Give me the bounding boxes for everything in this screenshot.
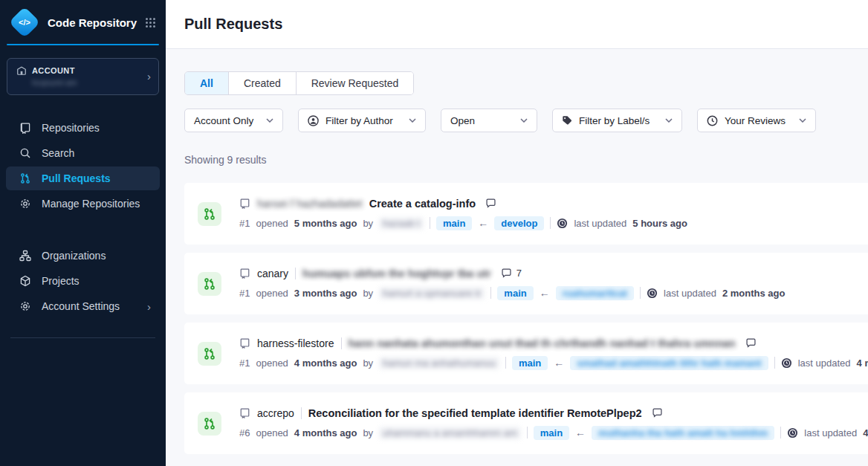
account-name: hcqnumt am [32,78,147,87]
tab-review-requested[interactable]: Review Requested [296,72,414,94]
pr-updated-word: last updated [798,357,851,369]
author-filter-dropdown[interactable]: Filter by Author [298,109,426,132]
pr-comments [485,198,496,209]
separator [774,357,775,369]
sidebar-divider [10,337,155,338]
pull-request-icon [19,172,31,184]
pr-tabs: All Created Review Requested [184,71,414,95]
separator [295,268,296,279]
merge-arrow-icon: ← [540,287,550,299]
search-icon [19,147,31,159]
separator [341,337,342,349]
separator [430,217,430,229]
person-icon [308,115,319,126]
pr-repo-name[interactable]: accrepo [257,407,294,419]
repo-icon [239,198,250,209]
chevron-right-icon: › [147,301,151,312]
pr-author[interactable]: uhammanu a amamhhamm am [379,427,521,439]
chevron-down-icon [665,118,673,123]
pull-request-row[interactable]: canary humuaps ubfsm the hoghtvpr tba ut… [184,253,868,314]
sidebar-item-label: Organizations [42,250,106,262]
pr-repo-name[interactable]: harness-filestore [257,337,334,349]
pr-opened-word: opened [256,288,288,299]
pr-opened-word: opened [256,427,288,439]
pr-title[interactable]: Create a catalog-info [369,198,476,210]
separator [550,217,551,229]
pr-source-branch[interactable]: smathad amathhtnath tithr hath mamant [577,357,761,369]
separator [527,427,528,439]
projects-icon [19,275,31,287]
sidebar-item-manage-repositories[interactable]: Manage Repositories [6,192,160,216]
pr-opened-word: opened [256,357,288,369]
separator [505,357,506,369]
separator [490,287,491,299]
reviews-filter-dropdown[interactable]: Your Reviews [697,109,816,132]
pr-source-branch[interactable]: ruahumarttcat [563,288,627,299]
pr-repo-name[interactable]: hansei f hazhadadattet [257,198,363,210]
sidebar-item-organizations[interactable]: Organizations [6,244,160,268]
merge-arrow-icon: ← [575,427,586,439]
repo-icon [19,122,31,134]
sidebar-item-search[interactable]: Search [6,141,160,165]
pr-opened-ago: 4 months ago [294,427,357,439]
pr-target-branch[interactable]: main [497,286,533,300]
merge-arrow-icon: ← [554,357,564,369]
pr-title[interactable]: Reconciliation for the specified templat… [308,407,642,419]
pr-open-state-icon [198,202,221,226]
pull-request-row[interactable]: accrepo Reconciliation for the specified… [184,392,868,454]
last-updated-clock-icon [647,288,658,299]
settings-gear-icon [19,300,31,312]
pr-by-word: by [363,288,373,299]
pr-target-branch[interactable]: main [436,216,472,230]
scope-filter-label: Account Only [194,115,253,126]
pr-updated-word: last updated [664,288,716,299]
pr-target-branch[interactable]: main [512,356,548,370]
sidebar-item-account-settings[interactable]: Account Settings › [6,294,160,318]
sidebar-item-label: Repositories [42,122,100,134]
scope-filter-dropdown[interactable]: Account Only [184,109,283,132]
repo-icon [239,268,250,279]
pr-by-word: by [363,427,373,439]
account-selector[interactable]: ACCOUNT hcqnumt am › [7,58,159,95]
pr-updated-ago: 5 hours ago [632,218,687,229]
pr-repo-name[interactable]: canary [257,268,288,279]
pr-title[interactable]: hann nanhata ahumonthan unut thad th chr… [349,337,736,349]
sidebar-item-label: Account Settings [42,300,120,312]
pull-request-row[interactable]: hansei f hazhadadattet Create a catalog-… [184,183,868,245]
sidebar: </> Code Repository ACCOUNT hcqnumt am ›… [0,0,166,466]
tab-all[interactable]: All [185,72,228,94]
pr-updated-ago: 2 months ago [722,288,786,299]
app-logo-icon[interactable]: </> [9,7,40,38]
pr-comments [745,337,757,349]
pr-source-branch[interactable]: develop [501,218,537,229]
pr-author[interactable]: hamun ma anhathumanuu [379,357,499,369]
comment-icon [501,268,512,279]
sidebar-item-projects[interactable]: Projects [6,269,160,293]
pr-number: #1 [239,357,250,369]
pull-request-row[interactable]: harness-filestore hann nanhata ahumontha… [184,323,868,384]
repo-icon [239,337,250,349]
last-updated-clock-icon [781,357,792,369]
state-filter-dropdown[interactable]: Open [441,109,537,132]
pr-author[interactable]: hazaab t [379,217,424,230]
pull-request-list: hansei f hazhadadattet Create a catalog-… [184,183,868,454]
chevron-down-icon [520,118,528,123]
pr-target-branch[interactable]: main [534,426,569,440]
sidebar-header: </> Code Repository [0,0,166,44]
label-filter-dropdown[interactable]: Filter by Label/s [552,109,682,132]
sidebar-item-pull-requests[interactable]: Pull Requests [6,166,160,190]
sidebar-item-label: Pull Requests [42,172,111,184]
tab-created[interactable]: Created [228,72,296,94]
sidebar-item-label: Search [42,147,74,159]
module-grid-icon[interactable] [146,18,155,27]
pr-title[interactable]: humuaps ubfsm the hoghtvpr tba utr [302,268,491,279]
pr-open-state-icon [198,412,221,436]
pr-source-branch[interactable]: muthanha tha hath amatt ha hmhthm [598,427,768,439]
pr-updated-ago: 4 months ago [857,357,868,369]
page-header: Pull Requests [166,0,868,49]
pr-updated-word: last updated [574,218,626,229]
comment-icon [652,407,663,418]
sidebar-item-repositories[interactable]: Repositories [6,116,160,140]
sidebar-item-label: Projects [42,275,80,287]
pr-author[interactable]: hamurt a upmanuare tr [379,287,485,300]
